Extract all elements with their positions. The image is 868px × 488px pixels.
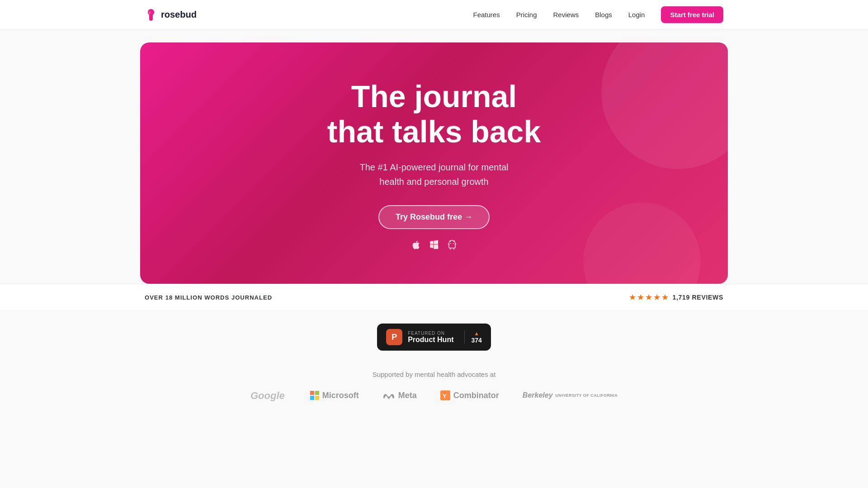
product-hunt-badge[interactable]: P FEATURED ON Product Hunt ▲ 374 xyxy=(377,324,491,351)
svg-text:Google: Google xyxy=(250,390,285,401)
star-2: ★ xyxy=(637,292,644,302)
nav-features[interactable]: Features xyxy=(473,11,500,19)
platform-icons xyxy=(158,240,710,252)
google-logo: Google xyxy=(250,389,287,402)
product-hunt-votes: ▲ 374 xyxy=(464,330,481,344)
nav-pricing[interactable]: Pricing xyxy=(516,11,537,19)
nav-login[interactable]: Login xyxy=(628,11,645,19)
navbar: rosebud Features Pricing Reviews Blogs L… xyxy=(0,0,868,29)
words-journaled-stat: OVER 18 MILLION WORDS JOURNALED xyxy=(145,294,272,301)
product-hunt-logo-icon: P xyxy=(386,329,402,345)
vote-count: 374 xyxy=(471,337,481,344)
svg-rect-4 xyxy=(310,391,314,395)
product-hunt-name: Product Hunt xyxy=(408,336,453,344)
windows-icon xyxy=(429,240,439,252)
svg-text:Y: Y xyxy=(443,393,447,399)
microsoft-logo: Microsoft xyxy=(310,391,359,400)
svg-rect-7 xyxy=(315,396,319,400)
nav-blogs[interactable]: Blogs xyxy=(595,11,612,19)
svg-point-2 xyxy=(453,243,454,244)
star-5: ★ xyxy=(661,292,669,302)
svg-point-1 xyxy=(450,243,451,244)
product-hunt-featured-label: FEATURED ON xyxy=(408,331,453,336)
logo[interactable]: rosebud xyxy=(145,8,197,21)
ycombinator-logo: Y Combinator xyxy=(440,390,499,400)
partners-logos: Google Microsoft Meta Y Combinator Berke… xyxy=(0,389,868,402)
meta-logo: Meta xyxy=(382,391,417,400)
partners-label: Supported by mental health advocates at xyxy=(0,371,868,378)
hero-title: The journal that talks back xyxy=(158,79,710,149)
rosebud-logo-icon xyxy=(145,8,157,21)
try-rosebud-free-button[interactable]: Try Rosebud free → xyxy=(378,205,490,229)
partners-section: Supported by mental health advocates at … xyxy=(0,360,868,429)
svg-rect-6 xyxy=(310,396,314,400)
logo-text: rosebud xyxy=(161,9,197,20)
start-free-trial-button[interactable]: Start free trial xyxy=(661,6,723,23)
star-3: ★ xyxy=(645,292,652,302)
star-rating: ★ ★ ★ ★ ★ xyxy=(629,292,669,302)
reviews-stat: ★ ★ ★ ★ ★ 1,719 REVIEWS xyxy=(629,292,723,302)
hero-subtitle: The #1 AI-powered journal for mentalheal… xyxy=(158,160,710,189)
star-4: ★ xyxy=(653,292,660,302)
review-count: 1,719 REVIEWS xyxy=(672,294,723,301)
nav-reviews[interactable]: Reviews xyxy=(553,11,579,19)
star-1: ★ xyxy=(629,292,636,302)
apple-icon xyxy=(411,240,420,252)
svg-point-0 xyxy=(149,11,151,14)
nav-links: Features Pricing Reviews Blogs Login Sta… xyxy=(473,6,723,23)
berkeley-logo: BerkeleyUNIVERSITY OF CALIFORNIA xyxy=(523,391,618,399)
hero-section: The journal that talks back The #1 AI-po… xyxy=(140,42,728,284)
product-hunt-section: P FEATURED ON Product Hunt ▲ 374 xyxy=(0,311,868,360)
upvote-arrow-icon: ▲ xyxy=(474,330,479,337)
svg-rect-5 xyxy=(315,391,319,395)
product-hunt-text: FEATURED ON Product Hunt xyxy=(408,331,453,344)
android-icon xyxy=(448,240,457,252)
stats-bar: OVER 18 MILLION WORDS JOURNALED ★ ★ ★ ★ … xyxy=(0,284,868,311)
